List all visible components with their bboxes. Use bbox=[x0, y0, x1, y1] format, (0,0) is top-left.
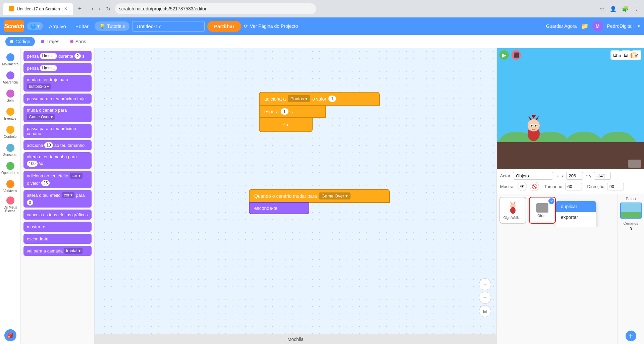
sprite-item-giga[interactable]: Giga Walki... bbox=[499, 197, 526, 224]
script-block-quando-cenario[interactable]: Quando o cenário mudar para Game Over ▾ bbox=[249, 189, 390, 203]
zoom-controls: + − ⊞ bbox=[479, 278, 491, 317]
context-menu: duplicar exportar remover bbox=[556, 201, 596, 227]
zoom-out-btn[interactable]: − bbox=[479, 292, 491, 304]
stage-fullscreen-btn[interactable]: ⤢ bbox=[632, 50, 641, 60]
user-avatar[interactable]: M bbox=[592, 21, 603, 32]
script-block-loop[interactable]: ↪ bbox=[259, 117, 313, 132]
partilhar-btn[interactable]: Partilhar bbox=[207, 21, 241, 32]
sensores-dot bbox=[6, 144, 14, 152]
svg-point-8 bbox=[535, 125, 537, 127]
reload-button[interactable]: ↻ bbox=[104, 5, 112, 13]
block-vai-camada[interactable]: vai para a camada frontal ▾ bbox=[23, 246, 92, 256]
tab-row: Código Trajes Sons bbox=[0, 35, 644, 48]
script-area[interactable]: adiciona a Pontos ▾ o valor 1 espera 1 s… bbox=[95, 48, 496, 344]
tutorials-btn[interactable]: 💡 Tutoriais bbox=[95, 21, 129, 31]
block-adiciona-efeito[interactable]: adiciona ao teu efeito cor ▾ o valor 25 bbox=[23, 171, 92, 188]
tab-trajes[interactable]: Trajes bbox=[36, 37, 64, 46]
block-proximo-cenario[interactable]: passa para o teu próximo cenário bbox=[23, 124, 92, 138]
stage-character bbox=[524, 115, 544, 142]
nav-editar[interactable]: Editar bbox=[72, 21, 92, 31]
block-mostra-te[interactable]: mostra-te bbox=[23, 222, 92, 232]
tab-trajes-label: Trajes bbox=[46, 39, 59, 44]
backpack-btn[interactable]: 🎒 bbox=[4, 329, 16, 341]
block-altera-tamanho[interactable]: altera o teu tamanho para 100 % bbox=[23, 152, 92, 169]
bookmark-btn[interactable]: ☆ bbox=[598, 4, 606, 13]
block-pensa-durante[interactable]: pensa Hmm... durante 2 s bbox=[23, 51, 92, 61]
stage-normal-btn[interactable]: ⊟ bbox=[621, 50, 631, 60]
mochila-bar[interactable]: Mochila bbox=[95, 334, 496, 344]
more-btn[interactable]: ⋮ bbox=[633, 4, 641, 13]
sidebar-item-sensores[interactable]: Sensores bbox=[1, 141, 20, 159]
tab-sons[interactable]: Sons bbox=[65, 37, 91, 46]
add-scene-btn[interactable]: + bbox=[626, 331, 636, 341]
extensions-btn[interactable]: 🧩 bbox=[621, 4, 630, 13]
block-cancela-efeitos[interactable]: cancela os teus efeitos gráficos bbox=[23, 210, 92, 220]
block-muda-cenario[interactable]: muda o cenário para Game Over ▾ bbox=[23, 106, 92, 122]
address-bar[interactable]: scratch.mit.edu/projects/521787533/edito… bbox=[115, 3, 316, 14]
scratch-logo[interactable]: Scratch bbox=[4, 20, 24, 32]
sidebar-item-movimento[interactable]: Movimento bbox=[1, 51, 20, 68]
actor-label: Actor bbox=[500, 173, 510, 178]
sidebar-item-aparencia[interactable]: Aparência bbox=[1, 69, 20, 87]
stage-scroll[interactable] bbox=[628, 160, 641, 168]
sidebar-item-meus-blocos[interactable]: Os Meus Blocos bbox=[1, 196, 20, 213]
stop-btn[interactable]: ⬛ bbox=[512, 50, 521, 60]
sidebar-item-eventos[interactable]: Eventos bbox=[1, 105, 20, 123]
script-block-espera[interactable]: espera 1 s bbox=[259, 105, 326, 118]
script-group-1: adiciona a Pontos ▾ o valor 1 espera 1 s… bbox=[259, 92, 380, 132]
script-block-esconde-te[interactable]: esconde-te bbox=[249, 202, 309, 214]
sprite-objeto-thumb bbox=[536, 203, 548, 213]
block-altera-efeito[interactable]: altera o teu efeito cor ▾ para 0 bbox=[23, 190, 92, 208]
sidebar-item-controlo[interactable]: Controlo bbox=[1, 123, 20, 141]
back-button[interactable]: ‹ bbox=[90, 5, 95, 12]
ver-pagina-btn[interactable]: ⟳ Ver Página do Projecto bbox=[244, 23, 298, 29]
svg-point-7 bbox=[531, 125, 533, 127]
project-name-input[interactable] bbox=[132, 21, 205, 32]
block-proximo-traje[interactable]: passa para o teu próximo traje bbox=[23, 94, 92, 104]
script-block-adiciona[interactable]: adiciona a Pontos ▾ o valor 1 bbox=[259, 92, 380, 106]
browser-tab[interactable]: Untitled-17 on Scratch ✕ bbox=[3, 3, 73, 15]
eye-hidden-btn[interactable]: 🚫 bbox=[530, 182, 539, 191]
tab-close-btn[interactable]: ✕ bbox=[64, 6, 67, 11]
actor-panel: Actor ↔ x ↕ y Mostrar 👁 🚫 Tamanho Direcç… bbox=[497, 169, 644, 194]
x-input[interactable] bbox=[566, 172, 583, 180]
svg-marker-4 bbox=[532, 115, 536, 119]
sidebar-item-variaveis[interactable]: Variáveis bbox=[1, 178, 20, 195]
username: PedroDigitali bbox=[607, 23, 634, 29]
block-muda-traje[interactable]: muda o teu traje para button3-b ▾ bbox=[23, 75, 92, 92]
new-tab-button[interactable]: + bbox=[75, 4, 85, 14]
direcao-input[interactable] bbox=[607, 183, 624, 190]
sprite-delete-btn[interactable]: ✕ bbox=[548, 198, 554, 204]
zoom-fit-btn[interactable]: ⊞ bbox=[479, 305, 491, 317]
variaveis-dot bbox=[6, 180, 14, 188]
tab-codigo[interactable]: Código bbox=[5, 37, 35, 46]
context-menu-remover[interactable]: remover bbox=[556, 223, 596, 227]
context-menu-duplicar[interactable]: duplicar bbox=[556, 201, 596, 212]
actor-name-input[interactable] bbox=[513, 172, 553, 180]
eye-visible-btn[interactable]: 👁 bbox=[518, 182, 527, 191]
guardar-btn[interactable]: Guardar Agora bbox=[546, 23, 577, 29]
sidebar-item-operadores[interactable]: Operadores bbox=[1, 160, 20, 177]
eventos-label: Eventos bbox=[4, 117, 16, 120]
folder-btn[interactable]: 📁 bbox=[581, 22, 588, 30]
block-pensa[interactable]: pensa Hmm... bbox=[23, 63, 92, 73]
context-menu-exportar[interactable]: exportar bbox=[556, 212, 596, 223]
sons-dot bbox=[70, 40, 73, 43]
profile-btn[interactable]: 👤 bbox=[608, 4, 618, 13]
sidebar-item-som[interactable]: Som bbox=[1, 87, 20, 105]
cenarios-count: 3 bbox=[630, 227, 632, 231]
block-adiciona-tamanho[interactable]: adiciona 10 ao teu tamanho bbox=[23, 140, 92, 150]
zoom-in-btn[interactable]: + bbox=[479, 278, 491, 290]
movimento-dot bbox=[6, 53, 14, 61]
forward-button[interactable]: › bbox=[97, 5, 102, 12]
sprite-item-objeto[interactable]: ✕ Obje... duplicar exportar remover bbox=[529, 197, 556, 224]
block-esconde-te[interactable]: esconde-te bbox=[23, 234, 92, 244]
nav-arquivo[interactable]: Arquivo bbox=[46, 21, 69, 31]
tamanho-input[interactable] bbox=[565, 183, 582, 190]
stage-small-btn[interactable]: ⊡ bbox=[610, 50, 620, 60]
y-input[interactable] bbox=[594, 172, 611, 180]
aparencia-dot bbox=[6, 71, 14, 79]
green-flag-btn[interactable]: ▶ bbox=[499, 50, 509, 60]
palco-thumb[interactable] bbox=[620, 203, 642, 219]
nav-globe-btn[interactable]: 🌐 ▾ bbox=[27, 22, 43, 30]
